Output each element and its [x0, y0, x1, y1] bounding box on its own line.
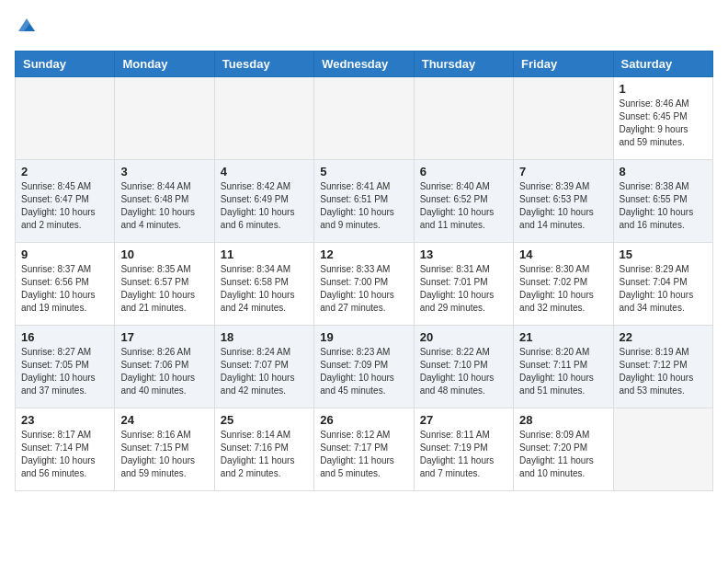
day-number: 18 [221, 330, 308, 344]
calendar-day-cell: 10Sunrise: 8:35 AM Sunset: 6:57 PM Dayli… [115, 243, 214, 326]
day-info: Sunrise: 8:27 AM Sunset: 7:05 PM Dayligh… [21, 346, 108, 397]
calendar-day-cell: 23Sunrise: 8:17 AM Sunset: 7:14 PM Dayli… [16, 408, 115, 491]
day-info: Sunrise: 8:09 AM Sunset: 7:20 PM Dayligh… [519, 429, 607, 480]
calendar-day-cell: 26Sunrise: 8:12 AM Sunset: 7:17 PM Dayli… [314, 408, 414, 491]
day-number: 16 [21, 330, 108, 344]
calendar-day-cell [613, 408, 712, 491]
calendar-day-cell: 24Sunrise: 8:16 AM Sunset: 7:15 PM Dayli… [115, 408, 214, 491]
calendar-day-cell: 4Sunrise: 8:42 AM Sunset: 6:49 PM Daylig… [214, 160, 313, 243]
day-number: 20 [420, 330, 507, 344]
day-info: Sunrise: 8:11 AM Sunset: 7:19 PM Dayligh… [420, 429, 507, 480]
calendar-day-cell: 2Sunrise: 8:45 AM Sunset: 6:47 PM Daylig… [16, 160, 115, 243]
weekday-header: Tuesday [214, 52, 313, 77]
calendar-day-cell: 3Sunrise: 8:44 AM Sunset: 6:48 PM Daylig… [115, 160, 214, 243]
day-number: 9 [21, 247, 108, 261]
calendar-day-cell: 28Sunrise: 8:09 AM Sunset: 7:20 PM Dayli… [514, 408, 613, 491]
day-number: 7 [519, 165, 607, 178]
calendar-week-row: 16Sunrise: 8:27 AM Sunset: 7:05 PM Dayli… [16, 326, 713, 408]
calendar-day-cell: 16Sunrise: 8:27 AM Sunset: 7:05 PM Dayli… [16, 326, 115, 408]
day-info: Sunrise: 8:45 AM Sunset: 6:47 PM Dayligh… [21, 180, 108, 232]
day-number: 28 [519, 413, 607, 427]
day-number: 13 [420, 247, 507, 261]
day-info: Sunrise: 8:35 AM Sunset: 6:57 PM Dayligh… [120, 263, 208, 315]
day-info: Sunrise: 8:41 AM Sunset: 6:51 PM Dayligh… [320, 180, 407, 232]
weekday-header: Wednesday [314, 52, 414, 77]
weekday-header: Friday [514, 52, 613, 77]
calendar-week-row: 1Sunrise: 8:46 AM Sunset: 6:45 PM Daylig… [16, 77, 713, 160]
calendar-header-row: SundayMondayTuesdayWednesdayThursdayFrid… [16, 52, 713, 77]
day-number: 2 [21, 165, 108, 178]
day-info: Sunrise: 8:14 AM Sunset: 7:16 PM Dayligh… [221, 429, 308, 480]
day-info: Sunrise: 8:12 AM Sunset: 7:17 PM Dayligh… [320, 429, 407, 480]
day-number: 12 [320, 247, 407, 261]
day-info: Sunrise: 8:46 AM Sunset: 6:45 PM Dayligh… [620, 98, 707, 149]
day-number: 5 [320, 165, 407, 178]
day-number: 24 [120, 413, 208, 427]
calendar-day-cell [214, 77, 313, 160]
calendar-day-cell [414, 77, 513, 160]
day-number: 19 [320, 330, 407, 344]
calendar-day-cell: 11Sunrise: 8:34 AM Sunset: 6:58 PM Dayli… [214, 243, 313, 326]
weekday-header: Saturday [613, 52, 712, 77]
day-number: 22 [620, 330, 707, 344]
day-number: 6 [420, 165, 507, 178]
day-number: 21 [519, 330, 607, 344]
page-header [15, 15, 713, 40]
day-number: 27 [420, 413, 507, 427]
day-info: Sunrise: 8:20 AM Sunset: 7:11 PM Dayligh… [519, 346, 607, 397]
day-info: Sunrise: 8:38 AM Sunset: 6:55 PM Dayligh… [620, 180, 707, 232]
day-number: 15 [620, 247, 707, 261]
day-number: 25 [221, 413, 308, 427]
day-info: Sunrise: 8:42 AM Sunset: 6:49 PM Dayligh… [221, 180, 308, 232]
logo [15, 15, 37, 40]
day-number: 3 [120, 165, 208, 178]
calendar-day-cell: 13Sunrise: 8:31 AM Sunset: 7:01 PM Dayli… [414, 243, 513, 326]
day-info: Sunrise: 8:39 AM Sunset: 6:53 PM Dayligh… [519, 180, 607, 232]
calendar-day-cell: 19Sunrise: 8:23 AM Sunset: 7:09 PM Dayli… [314, 326, 414, 408]
day-info: Sunrise: 8:29 AM Sunset: 7:04 PM Dayligh… [620, 263, 707, 315]
day-info: Sunrise: 8:23 AM Sunset: 7:09 PM Dayligh… [320, 346, 407, 397]
calendar-day-cell [115, 77, 214, 160]
calendar-day-cell: 21Sunrise: 8:20 AM Sunset: 7:11 PM Dayli… [514, 326, 613, 408]
day-number: 10 [120, 247, 208, 261]
day-info: Sunrise: 8:16 AM Sunset: 7:15 PM Dayligh… [120, 429, 208, 480]
calendar-week-row: 9Sunrise: 8:37 AM Sunset: 6:56 PM Daylig… [16, 243, 713, 326]
day-info: Sunrise: 8:40 AM Sunset: 6:52 PM Dayligh… [420, 180, 507, 232]
calendar-day-cell: 25Sunrise: 8:14 AM Sunset: 7:16 PM Dayli… [214, 408, 313, 491]
day-number: 17 [120, 330, 208, 344]
day-info: Sunrise: 8:19 AM Sunset: 7:12 PM Dayligh… [620, 346, 707, 397]
day-number: 8 [620, 165, 707, 178]
day-info: Sunrise: 8:44 AM Sunset: 6:48 PM Dayligh… [120, 180, 208, 232]
day-info: Sunrise: 8:24 AM Sunset: 7:07 PM Dayligh… [221, 346, 308, 397]
calendar-day-cell: 14Sunrise: 8:30 AM Sunset: 7:02 PM Dayli… [514, 243, 613, 326]
calendar-day-cell: 9Sunrise: 8:37 AM Sunset: 6:56 PM Daylig… [16, 243, 115, 326]
weekday-header: Sunday [16, 52, 115, 77]
day-number: 26 [320, 413, 407, 427]
day-number: 23 [21, 413, 108, 427]
calendar-week-row: 23Sunrise: 8:17 AM Sunset: 7:14 PM Dayli… [16, 408, 713, 491]
day-number: 11 [221, 247, 308, 261]
weekday-header: Thursday [414, 52, 513, 77]
calendar-day-cell: 8Sunrise: 8:38 AM Sunset: 6:55 PM Daylig… [613, 160, 712, 243]
calendar-day-cell: 18Sunrise: 8:24 AM Sunset: 7:07 PM Dayli… [214, 326, 313, 408]
calendar-day-cell: 22Sunrise: 8:19 AM Sunset: 7:12 PM Dayli… [613, 326, 712, 408]
day-number: 1 [620, 82, 707, 96]
calendar-day-cell [514, 77, 613, 160]
calendar-day-cell: 15Sunrise: 8:29 AM Sunset: 7:04 PM Dayli… [613, 243, 712, 326]
calendar-day-cell: 7Sunrise: 8:39 AM Sunset: 6:53 PM Daylig… [514, 160, 613, 243]
calendar-week-row: 2Sunrise: 8:45 AM Sunset: 6:47 PM Daylig… [16, 160, 713, 243]
calendar-day-cell [16, 77, 115, 160]
day-number: 4 [221, 165, 308, 178]
day-info: Sunrise: 8:22 AM Sunset: 7:10 PM Dayligh… [420, 346, 507, 397]
calendar-day-cell: 5Sunrise: 8:41 AM Sunset: 6:51 PM Daylig… [314, 160, 414, 243]
calendar-day-cell: 20Sunrise: 8:22 AM Sunset: 7:10 PM Dayli… [414, 326, 513, 408]
calendar-day-cell [314, 77, 414, 160]
day-info: Sunrise: 8:26 AM Sunset: 7:06 PM Dayligh… [120, 346, 208, 397]
day-info: Sunrise: 8:17 AM Sunset: 7:14 PM Dayligh… [21, 429, 108, 480]
calendar-day-cell: 1Sunrise: 8:46 AM Sunset: 6:45 PM Daylig… [613, 77, 712, 160]
calendar-day-cell: 17Sunrise: 8:26 AM Sunset: 7:06 PM Dayli… [115, 326, 214, 408]
day-number: 14 [519, 247, 607, 261]
logo-icon [17, 15, 37, 35]
day-info: Sunrise: 8:31 AM Sunset: 7:01 PM Dayligh… [420, 263, 507, 315]
calendar-day-cell: 27Sunrise: 8:11 AM Sunset: 7:19 PM Dayli… [414, 408, 513, 491]
